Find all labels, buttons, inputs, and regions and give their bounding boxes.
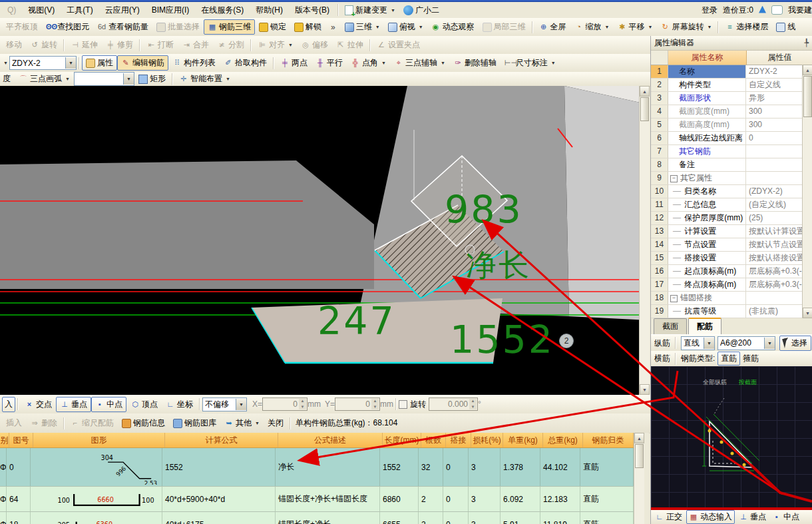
lock-button[interactable]: 锁定	[255, 19, 290, 35]
col-count[interactable]: 根数	[421, 433, 446, 447]
local-3d-button[interactable]: 局部三维	[479, 19, 530, 35]
col-unit-weight[interactable]: 单重(kg)	[503, 433, 543, 447]
col-diagram-no[interactable]: 图号	[9, 433, 33, 447]
scale-rebar-button[interactable]: ⌐缩尺配筋	[67, 415, 118, 431]
cell-total-weight[interactable]: 11.819	[540, 512, 580, 524]
col-grade[interactable]: 别	[0, 433, 9, 447]
orbit-button[interactable]: ◉动态观察	[427, 19, 479, 35]
new-change-button[interactable]: 新建变更 ▼	[341, 3, 399, 18]
offset-mode-combobox[interactable]: 不偏移 ▼	[202, 397, 247, 411]
col-shape[interactable]: 图形	[33, 433, 165, 447]
cell-length[interactable]: 1552	[380, 448, 419, 486]
other-button[interactable]: ➥其他▼	[220, 415, 264, 431]
tab-reinforcement[interactable]: 配筋	[688, 318, 721, 334]
rotate-checkbox[interactable]	[399, 400, 407, 409]
cell-formula-desc[interactable]: 净长	[276, 448, 380, 486]
snap-intersection-button[interactable]: ×交点	[21, 397, 56, 412]
straight-rebar-option[interactable]: 直筋	[717, 352, 740, 366]
three-point-aux-axis-button[interactable]: ⌖三点辅轴▼	[390, 55, 449, 71]
select-floor-button[interactable]: ≡选择楼层	[721, 19, 772, 35]
cell-loss[interactable]: 3	[469, 487, 501, 511]
cell-formula[interactable]: 40*d+5900+40*d	[162, 487, 276, 511]
collapse-icon[interactable]: −	[670, 175, 678, 182]
cell-unit-weight[interactable]: 5.91	[501, 512, 540, 524]
delete-aux-axis-button[interactable]: ✑删除辅轴	[449, 55, 501, 71]
cell-diagram-no[interactable]: 64	[7, 487, 31, 511]
property-grid-scrollbar[interactable]: ▲ ▼	[802, 65, 812, 318]
mid-snap-button[interactable]: ▪中点	[770, 510, 801, 524]
smart-layout-button[interactable]: ✛智能布置▼	[175, 71, 234, 87]
cell-count[interactable]: 2	[419, 512, 443, 524]
blank-combobox[interactable]: ▼	[74, 72, 134, 86]
rebar-gallery-button[interactable]: 钢筋图库	[169, 415, 220, 431]
trim-button[interactable]: ╪修剪	[102, 37, 137, 53]
cell-grade[interactable]: Φ	[0, 512, 7, 524]
scrollbar-thumb[interactable]	[803, 76, 812, 117]
pan-button[interactable]: ✱平移▼	[614, 19, 657, 35]
set-grip-button[interactable]: ∠设置夹点	[373, 37, 424, 53]
property-row[interactable]: 8备注	[651, 158, 812, 172]
angle-input[interactable]: 0.000▲▼	[429, 397, 478, 411]
stretch-button[interactable]: ⇱拉伸	[332, 37, 367, 53]
property-row[interactable]: 10— 归类名称(ZDYX-2)	[651, 185, 812, 198]
axis-bubble[interactable]: 2	[559, 334, 574, 348]
property-row[interactable]: 15— 搭接设置按默认搭接设置	[651, 252, 812, 265]
component-combobox[interactable]: ZDYX-2 ▼	[9, 56, 77, 70]
find-element-button[interactable]: ʘʘ查找图元	[42, 19, 93, 35]
property-row[interactable]: 19— 抗震等级(非抗震)	[651, 305, 812, 318]
insert-button[interactable]: 插入	[2, 415, 26, 431]
cell-loss[interactable]: 3	[469, 448, 501, 486]
col-loss[interactable]: 损耗(%)	[471, 433, 503, 447]
pin-icon[interactable]: ╄	[804, 39, 809, 47]
col-category[interactable]: 钢筋归类	[583, 433, 634, 447]
cell-diagram-no[interactable]: 18	[7, 512, 31, 524]
cell-shape[interactable]: 2956360	[31, 512, 162, 524]
spinner-icon[interactable]: ▲▼	[469, 399, 477, 409]
scrollbar-thumb[interactable]	[640, 97, 649, 121]
scrollbar-thumb[interactable]	[635, 444, 644, 468]
cell-category[interactable]: 直筋	[580, 487, 634, 511]
cell-shape[interactable]: 3049962.53	[31, 448, 162, 486]
property-row[interactable]: 12— 保护层厚度(mm)(25)	[651, 212, 812, 225]
property-row[interactable]: 5截面高度(mm)300	[651, 119, 812, 132]
cell-length[interactable]: 6860	[380, 487, 419, 511]
align-button[interactable]: ⊫对齐▼	[254, 37, 297, 53]
view-rebar-amount-button[interactable]: 6d查看钢筋量	[93, 19, 152, 35]
offset-button[interactable]: ◎偏移	[297, 37, 332, 53]
edit-rebar-button[interactable]: ✎编辑钢筋	[117, 55, 168, 71]
ortho-button[interactable]: ∟正交	[653, 510, 684, 524]
spinner-icon[interactable]: ▲▼	[371, 399, 379, 409]
cell-count[interactable]: 32	[419, 448, 443, 486]
property-row[interactable]: 9−其它属性	[651, 172, 812, 185]
cell-category[interactable]: 直筋	[580, 512, 634, 524]
property-row[interactable]: 16— 起点顶标高(m)层底标高+0.3(-2	[651, 265, 812, 278]
screen-rotate-button[interactable]: ↻屏幕旋转▼	[656, 19, 715, 35]
property-row[interactable]: 18−锚固搭接	[651, 292, 812, 305]
col-lap[interactable]: 搭接	[446, 433, 471, 447]
cell-count[interactable]: 2	[419, 487, 443, 511]
property-row[interactable]: 2构件类型自定义线	[651, 79, 812, 92]
tab-section[interactable]: 截面	[654, 318, 687, 334]
property-name-header[interactable]: 属性名称	[668, 51, 747, 65]
pick-component-button[interactable]: ✐拾取构件	[220, 55, 271, 71]
notification-bell-icon[interactable]	[759, 6, 766, 15]
merge-button[interactable]: ⇥合并	[178, 37, 213, 53]
dynamic-input-button[interactable]: ▦动态输入	[686, 510, 735, 524]
login-button[interactable]: 登录	[702, 5, 717, 16]
property-row[interactable]: 13— 计算设置按默认计算设置	[651, 225, 812, 238]
menu-item-partial[interactable]: Q)	[1, 3, 22, 17]
cell-formula-desc[interactable]: 锚固长度+净长	[276, 512, 380, 524]
scroll-down-icon[interactable]: ▼	[640, 384, 650, 395]
snap-perpendicular-button[interactable]: ⊥垂点	[56, 397, 91, 412]
delete-button[interactable]: ⇒删除	[26, 415, 61, 431]
collapse-icon[interactable]: −	[670, 295, 678, 302]
dimension-button[interactable]: ⊢⊣尺寸标注▼	[501, 55, 560, 71]
table-row[interactable]: Φ03049962.531552净长155232031.37844.102直筋	[0, 448, 634, 487]
cost-beans-label[interactable]: 造价豆:0	[723, 5, 753, 16]
component-list-button[interactable]: ⠿构件列表	[168, 55, 220, 71]
feedback-chat-icon[interactable]	[771, 5, 783, 15]
cell-unit-weight[interactable]: 6.092	[501, 487, 540, 511]
overflow-chevron-icon[interactable]: »	[331, 23, 335, 32]
batch-select-button[interactable]: 批量选择	[152, 19, 204, 35]
line-3d-button[interactable]: 线	[772, 19, 799, 35]
